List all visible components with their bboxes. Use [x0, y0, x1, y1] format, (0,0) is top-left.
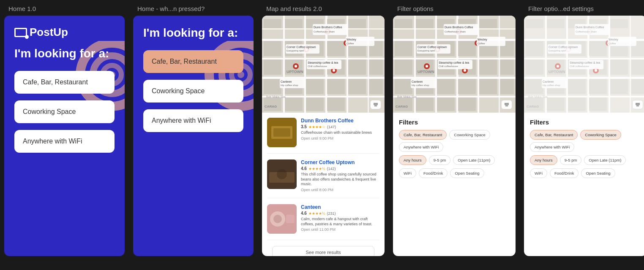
svg-text:Hip coffee shop: Hip coffee shop	[281, 84, 298, 86]
option-wifi-2[interactable]: Anywhere with WiFi	[143, 109, 243, 132]
filter-seating-5[interactable]: Open Seating	[581, 168, 615, 178]
result-item-corner[interactable]: Corner Coffee Uptown 4.6 ★★★★½ (142) Thi…	[267, 159, 379, 198]
svg-rect-162	[566, 16, 568, 113]
svg-text:Canteen: Canteen	[412, 80, 423, 83]
svg-rect-86	[286, 215, 295, 223]
svg-rect-40	[348, 79, 366, 94]
svg-text:Dunn Brothers Coffee: Dunn Brothers Coffee	[445, 26, 473, 29]
result-item-canteen[interactable]: Canteen 4.6 ★★★★½ (231) Calm, modern caf…	[267, 204, 379, 240]
map-filter-btn-5[interactable]	[632, 100, 643, 109]
filter-anyhours-5[interactable]: Any hours	[530, 155, 557, 165]
result-img-corner	[267, 159, 297, 189]
filter-cowork-5[interactable]: Coworking Space	[580, 130, 621, 140]
filter-wifi-amenity-4[interactable]: WiFi	[399, 168, 416, 178]
map-filter-btn-4[interactable]	[501, 100, 512, 109]
screen-home-2: I'm looking for a: Cafe, Bar, Restaurant…	[133, 16, 254, 256]
result-desc-canteen: Calm, modern cafe & hangout with craft c…	[301, 217, 379, 227]
map-area: Dunn Brothers Coffee Coffeehouse chain W…	[262, 16, 385, 113]
svg-text:UPTOWN: UPTOWN	[548, 70, 565, 74]
svg-rect-120	[500, 79, 514, 94]
svg-text:Corner Coffee Uptown: Corner Coffee Uptown	[418, 46, 447, 49]
svg-text:UPTOWN: UPTOWN	[418, 70, 434, 74]
svg-text:Corner Coffee Uptown: Corner Coffee Uptown	[287, 46, 316, 49]
svg-rect-119	[479, 79, 497, 94]
map-area-4: Dunn Brothers Coffee Coffeehouse chain W…	[393, 16, 516, 113]
svg-text:Canteen: Canteen	[543, 80, 554, 83]
option-cafe-bar[interactable]: Cafe, Bar, Restaurant	[14, 71, 115, 94]
filter-95pm-4[interactable]: 9-5 pm	[429, 155, 451, 165]
option-buttons-list-2: Cafe, Bar, Restaurant Coworking Space An…	[143, 50, 243, 132]
screen-map-results: Dunn Brothers Coffee Coffeehouse chain W…	[262, 16, 385, 256]
svg-text:Coffee: Coffee	[478, 42, 485, 45]
filter-anyhours-4[interactable]: Any hours	[399, 155, 426, 165]
svg-rect-102	[479, 19, 497, 28]
svg-point-132	[426, 65, 428, 68]
option-buttons-list: Cafe, Bar, Restaurant Coworking Space An…	[14, 71, 115, 153]
svg-text:Bde Maka Ska: Bde Maka Ska	[397, 95, 417, 98]
svg-rect-167	[547, 19, 565, 28]
svg-rect-159	[524, 77, 644, 79]
result-img-canteen	[267, 204, 297, 234]
filter-openlate-5[interactable]: Open Late (11pm)	[584, 155, 626, 165]
svg-rect-115	[395, 79, 412, 94]
svg-rect-19	[264, 19, 281, 28]
svg-rect-177	[526, 59, 543, 75]
svg-rect-79	[273, 128, 290, 137]
result-name-canteen: Canteen	[301, 204, 379, 210]
svg-rect-118	[458, 79, 476, 94]
result-desc-corner: This chill coffee shop using carefully s…	[301, 172, 379, 187]
map-filter-btn[interactable]	[370, 100, 381, 109]
svg-text:Coffee: Coffee	[347, 42, 354, 45]
svg-rect-23	[348, 19, 366, 28]
filters-title-5: Filters	[530, 119, 641, 126]
filter-wifi-4[interactable]: Anywhere with WiFi	[399, 142, 443, 152]
svg-text:Coffeehouse chain: Coffeehouse chain	[445, 30, 466, 33]
svg-rect-89	[393, 58, 516, 59]
svg-rect-45	[327, 97, 345, 111]
label-filter-options: Filter options	[389, 5, 520, 12]
result-rating-dunn: 3.5 ★★★★☆ (147)	[301, 124, 379, 129]
svg-rect-171	[526, 41, 543, 56]
rating-count-canteen: (231)	[327, 211, 336, 216]
svg-text:Canteen: Canteen	[281, 80, 292, 83]
filter-row-amenities-5: WiFi Food/Drink Open Seating	[530, 168, 641, 178]
see-more-button[interactable]: See more results	[272, 246, 374, 256]
svg-rect-36	[264, 79, 281, 94]
screen-filter-options: Dunn Brothers Coffee Coffeehouse chain W…	[393, 16, 516, 256]
svg-point-200	[557, 65, 559, 68]
svg-rect-41	[369, 79, 383, 94]
svg-text:Wesley: Wesley	[347, 38, 356, 41]
filter-food-4[interactable]: Food/Drink	[419, 168, 448, 178]
screen-home-1: PostUp I'm looking for a: Cafe, Bar, Res…	[4, 16, 125, 256]
result-item-dunn[interactable]: Dunn Brothers Coffee 3.5 ★★★★☆ (147) Cof…	[267, 118, 379, 154]
svg-rect-182	[631, 59, 644, 75]
option-coworking-2[interactable]: Coworking Space	[143, 80, 243, 103]
filter-wifi-5[interactable]: Anywhere with WiFi	[530, 142, 574, 152]
result-info-canteen: Canteen 4.6 ★★★★½ (231) Calm, modern caf…	[301, 204, 379, 234]
filter-food-5[interactable]: Food/Drink	[550, 168, 579, 178]
svg-rect-187	[610, 79, 628, 94]
rating-score-canteen: 4.6	[301, 211, 307, 216]
option-wifi[interactable]: Anywhere with WiFi	[14, 130, 115, 153]
stars-corner: ★★★★½	[308, 167, 325, 171]
filter-cafe-4[interactable]: Cafe, Bar, Restaurant	[399, 130, 447, 140]
filter-95pm-5[interactable]: 9-5 pm	[560, 155, 582, 165]
filter-seating-4[interactable]: Open Seating	[450, 168, 484, 178]
filter-cowork-4[interactable]: Coworking Space	[449, 130, 490, 140]
svg-text:Steamship coffee & tea: Steamship coffee & tea	[570, 61, 600, 65]
svg-text:Chill coffeehouse: Chill coffeehouse	[570, 65, 589, 68]
svg-rect-42	[264, 97, 281, 111]
filter-wifi-amenity-5[interactable]: WiFi	[530, 168, 547, 178]
svg-text:UPTOWN: UPTOWN	[287, 70, 303, 74]
svg-point-55	[333, 69, 335, 72]
svg-rect-11	[262, 77, 385, 79]
filter-openlate-4[interactable]: Open Late (11pm)	[453, 155, 495, 165]
filter-cafe-5[interactable]: Cafe, Bar, Restaurant	[530, 130, 578, 140]
svg-text:Coffeehouse chain: Coffeehouse chain	[314, 30, 335, 33]
option-coworking[interactable]: Coworking Space	[14, 100, 115, 123]
svg-rect-35	[369, 59, 383, 75]
result-hours-canteen: Open until 11:00 PM	[301, 227, 379, 232]
option-cafe-bar-selected[interactable]: Cafe, Bar, Restaurant	[143, 50, 243, 73]
result-info-dunn: Dunn Brothers Coffee 3.5 ★★★★☆ (147) Cof…	[301, 118, 379, 147]
svg-rect-165	[630, 16, 631, 113]
